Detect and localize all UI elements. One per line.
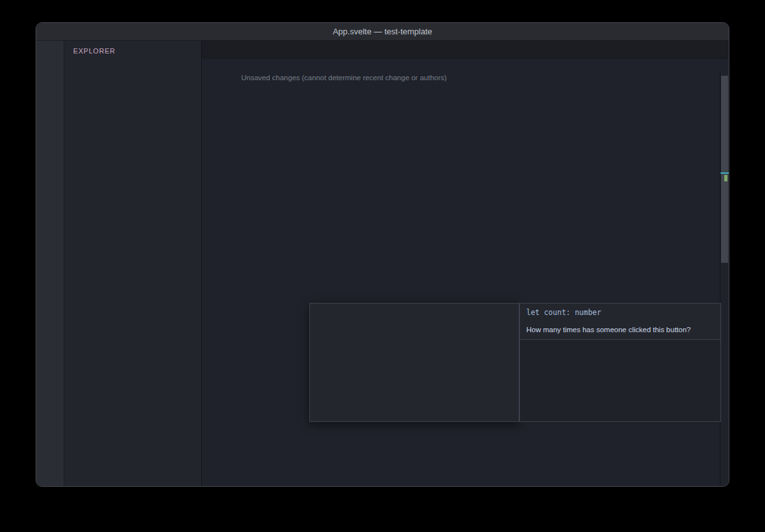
- code-editor[interactable]: Unsaved changes (cannot determine recent…: [202, 72, 729, 487]
- tab-bar: [202, 41, 729, 59]
- traffic-lights: [44, 28, 77, 36]
- overview-ruler-cursor-mark: [720, 172, 729, 174]
- suggest-details-panel: let count: number How many times has som…: [519, 303, 721, 422]
- workbench: EXPLORER Unsaved changes (cannot determi…: [36, 41, 729, 487]
- titlebar[interactable]: App.svelte — test-template: [36, 23, 729, 41]
- suggestion-description: How many times has someone clicked this …: [526, 326, 705, 333]
- suggest-widget: [309, 303, 519, 422]
- editor-group: Unsaved changes (cannot determine recent…: [202, 41, 729, 487]
- sidebar-header: EXPLORER: [64, 41, 201, 61]
- zoom-window-button[interactable]: [69, 28, 77, 36]
- editor-actions: [722, 41, 729, 59]
- breadcrumb: [202, 59, 729, 72]
- suggestion-signature: let count: number: [526, 308, 705, 317]
- overview-ruler-change-mark: [724, 175, 727, 181]
- activity-bar: [36, 41, 64, 487]
- editor-scrollbar[interactable]: [720, 72, 729, 487]
- close-window-button[interactable]: [44, 28, 52, 36]
- minimize-window-button[interactable]: [57, 28, 64, 36]
- scrollbar-slider[interactable]: [721, 76, 728, 263]
- explorer-sidebar: EXPLORER: [64, 41, 202, 487]
- close-icon[interactable]: [708, 307, 717, 316]
- vscode-window: App.svelte — test-template EXPLORER: [36, 22, 729, 487]
- desktop-background: App.svelte — test-template EXPLORER: [0, 0, 765, 532]
- window-title: App.svelte — test-template: [333, 27, 432, 36]
- lightbulb-icon[interactable]: [207, 72, 216, 81]
- gitlens-blame-annotation: Unsaved changes (cannot determine recent…: [241, 74, 447, 81]
- suggest-details-doc: let count: number How many times has som…: [520, 304, 720, 340]
- sidebar-title: EXPLORER: [73, 47, 115, 55]
